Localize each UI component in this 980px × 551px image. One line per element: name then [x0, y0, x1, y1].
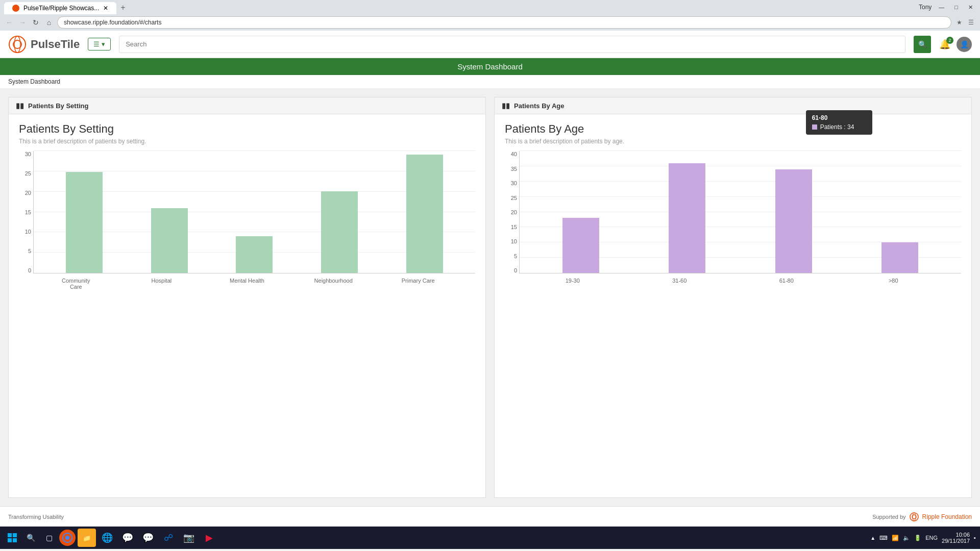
svg-rect-6	[8, 533, 12, 537]
taskbar-network-icon: 📶	[892, 535, 899, 541]
taskbar-app-1[interactable]: 🌐	[98, 529, 116, 547]
setting-y-axis: 30 25 20 15 10 5 0	[19, 151, 33, 273]
taskbar-right: ▲ ⌨ 📶 🔈 🔋 ENG 10:06 29/11/2017 ▪	[870, 532, 976, 544]
breadcrumb: System Dashboard	[0, 75, 980, 89]
setting-plot-area	[33, 151, 475, 273]
taskbar-up-arrow-icon: ▲	[870, 535, 875, 541]
reload-btn[interactable]: ↻	[31, 17, 41, 28]
menu-button[interactable]: ☰ ▾	[88, 38, 111, 51]
window-controls: — □ ✕	[936, 3, 976, 12]
patients-by-setting-header: ▮▮ Patients By Setting	[9, 97, 485, 114]
dashboard-banner: System Dashboard	[0, 58, 980, 75]
patients-by-age-title: Patients By Age	[505, 122, 961, 136]
back-btn[interactable]: ←	[4, 17, 14, 28]
main-content: ▮▮ Patients By Setting Patients By Setti…	[0, 89, 980, 506]
bar-31-60	[669, 151, 705, 273]
patients-by-setting-panel: ▮▮ Patients By Setting Patients By Setti…	[8, 97, 486, 498]
age-bar-chart: 40 35 30 25 20 15 10 5 0	[505, 151, 961, 273]
taskbar-app-4[interactable]: ☍	[159, 529, 178, 547]
taskbar-notification-icon: ▪	[974, 535, 976, 541]
maximize-btn[interactable]: □	[951, 3, 961, 12]
patients-by-age-panel: ▮▮ Patients By Age Patients By Age This …	[494, 97, 972, 498]
tooltip-title: 61-80	[812, 114, 866, 121]
taskbar-folder-app[interactable]: 📁	[78, 529, 96, 547]
tooltip-color-swatch	[812, 124, 817, 130]
browser-controls: ← → ↻ ⌂ showcase.ripple.foundation/#/cha…	[0, 14, 980, 31]
address-bar[interactable]: showcase.ripple.foundation/#/charts	[57, 16, 951, 29]
svg-rect-7	[13, 533, 17, 537]
app-header: PulseTile ☰ ▾ 🔍 🔔 2 👤	[0, 31, 980, 58]
svg-point-3	[910, 513, 918, 521]
bar-neighbourhood	[321, 151, 358, 273]
bar-primary-care	[406, 151, 443, 273]
taskbar-app-2[interactable]: 💬	[118, 529, 137, 547]
bar-19-30	[562, 151, 599, 273]
patients-by-age-panel-title: Patients By Age	[514, 102, 565, 110]
search-input[interactable]	[119, 36, 905, 53]
bar-hospital	[151, 151, 188, 273]
taskbar-app-3[interactable]: 💬	[139, 529, 157, 547]
svg-rect-8	[8, 538, 12, 542]
taskbar-date-display: 29/11/2017	[942, 538, 970, 544]
browser-action-buttons: ★ ☰	[954, 19, 976, 26]
svg-rect-9	[13, 538, 17, 542]
bar-community-care	[66, 151, 103, 273]
tooltip-label: Patients : 34	[820, 123, 854, 131]
age-x-labels: 19-30 31-60 61-80 >80	[505, 276, 961, 284]
taskbar-task-view-btn[interactable]: ▢	[41, 530, 57, 546]
setting-bar-chart: 30 25 20 15 10 5 0	[19, 151, 475, 273]
logo: PulseTile	[8, 35, 80, 54]
notification-button[interactable]: 🔔 2	[939, 39, 950, 50]
taskbar-start[interactable]	[4, 530, 20, 546]
menu-icon: ☰	[93, 40, 100, 48]
tab-title: PulseTile/Ripple Showcas...	[23, 5, 99, 12]
home-btn[interactable]: ⌂	[44, 17, 54, 28]
new-tab-btn[interactable]: +	[116, 1, 129, 14]
svg-point-2	[14, 36, 20, 53]
app-footer: Transforming Usability Supported by Ripp…	[0, 506, 980, 527]
chrome-icon	[62, 533, 72, 543]
notification-badge: 2	[946, 37, 953, 44]
svg-point-0	[9, 36, 26, 53]
browser-user: Tony	[919, 4, 932, 11]
age-tooltip: 61-80 Patients : 34	[806, 110, 872, 135]
taskbar-chrome-app[interactable]	[59, 530, 76, 546]
taskbar-keyboard-icon: ⌨	[879, 535, 888, 541]
minimize-btn[interactable]: —	[936, 3, 947, 12]
footer-supported-by: Supported by	[872, 514, 905, 520]
browser-tabs: PulseTile/Ripple Showcas... ✕ +	[4, 0, 130, 14]
taskbar-clock: 10:06 29/11/2017	[942, 532, 970, 544]
patients-by-setting-title: Patients By Setting	[19, 122, 475, 136]
browser-titlebar: PulseTile/Ripple Showcas... ✕ + Tony — □…	[0, 0, 980, 14]
taskbar-app-6[interactable]: ▶	[200, 529, 218, 547]
tab-favicon	[12, 5, 19, 12]
patients-by-setting-panel-title: Patients By Setting	[28, 102, 88, 110]
taskbar-search-btn[interactable]: 🔍	[22, 530, 39, 546]
bar-61-80: 61-80 Patients : 34	[775, 151, 812, 273]
user-avatar[interactable]: 👤	[957, 37, 972, 52]
taskbar-lang: ENG	[925, 535, 938, 541]
logo-icon	[8, 35, 27, 54]
patients-by-setting-body: Patients By Setting This is a brief desc…	[9, 114, 485, 497]
taskbar-app-5[interactable]: 📷	[180, 529, 198, 547]
age-plot-area: 61-80 Patients : 34	[519, 151, 961, 273]
patients-by-age-desc: This is a brief description of patients …	[505, 138, 961, 145]
bar-over-80	[881, 151, 918, 273]
forward-btn[interactable]: →	[17, 17, 28, 28]
browser-chrome: PulseTile/Ripple Showcas... ✕ + Tony — □…	[0, 0, 980, 31]
tooltip-item: Patients : 34	[812, 123, 866, 131]
search-button[interactable]: 🔍	[914, 36, 931, 53]
active-tab[interactable]: PulseTile/Ripple Showcas... ✕	[4, 2, 116, 14]
footer-right: Supported by Ripple Foundation	[872, 512, 972, 522]
close-btn[interactable]: ✕	[965, 3, 976, 12]
svg-point-5	[913, 513, 916, 521]
setting-bars	[34, 151, 475, 273]
bar-chart-icon-age: ▮▮	[502, 102, 510, 110]
age-bars: 61-80 Patients : 34	[520, 151, 961, 273]
logo-text: PulseTile	[31, 38, 80, 51]
ripple-foundation-text: Ripple Foundation	[922, 513, 972, 520]
setting-x-labels: Community Care Hospital Mental Health Ne…	[19, 276, 475, 290]
header-actions: 🔔 2 👤	[939, 37, 972, 52]
tab-close-icon[interactable]: ✕	[103, 5, 108, 12]
taskbar: 🔍 ▢ 📁 🌐 💬 💬 ☍ 📷 ▶ ▲ ⌨ 📶 🔈 🔋 ENG 10:06 29…	[0, 527, 980, 549]
